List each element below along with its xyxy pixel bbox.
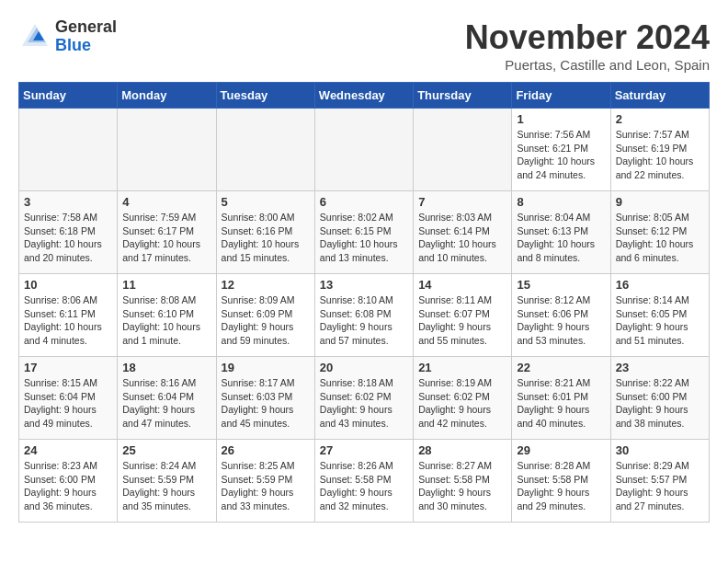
day-info: Sunrise: 8:10 AM Sunset: 6:08 PM Dayligh… xyxy=(320,293,408,348)
day-number: 20 xyxy=(320,361,408,374)
day-number: 3 xyxy=(24,195,112,209)
day-info: Sunrise: 7:56 AM Sunset: 6:21 PM Dayligh… xyxy=(517,128,605,182)
day-number: 17 xyxy=(24,361,112,374)
calendar-cell: 26Sunrise: 8:25 AM Sunset: 5:59 PM Dayli… xyxy=(216,440,314,523)
calendar-cell xyxy=(314,109,413,191)
day-info: Sunrise: 8:12 AM Sunset: 6:06 PM Dayligh… xyxy=(517,293,605,348)
calendar-header: SundayMondayTuesdayWednesdayThursdayFrid… xyxy=(19,83,710,109)
calendar-cell: 20Sunrise: 8:18 AM Sunset: 6:02 PM Dayli… xyxy=(314,357,413,440)
day-info: Sunrise: 8:00 AM Sunset: 6:16 PM Dayligh… xyxy=(222,211,310,265)
day-info: Sunrise: 8:26 AM Sunset: 5:58 PM Dayligh… xyxy=(320,459,408,513)
calendar-week-row: 3Sunrise: 7:58 AM Sunset: 6:18 PM Daylig… xyxy=(19,191,710,274)
logo-general: General xyxy=(55,18,117,37)
day-number: 29 xyxy=(517,443,605,457)
day-number: 24 xyxy=(24,443,112,457)
calendar-cell: 24Sunrise: 8:23 AM Sunset: 6:00 PM Dayli… xyxy=(19,440,118,523)
day-info: Sunrise: 8:24 AM Sunset: 5:59 PM Dayligh… xyxy=(122,459,210,513)
day-info: Sunrise: 8:22 AM Sunset: 6:00 PM Dayligh… xyxy=(616,376,704,431)
calendar-cell: 19Sunrise: 8:17 AM Sunset: 6:03 PM Dayli… xyxy=(216,357,314,440)
logo: General Blue xyxy=(18,18,117,55)
calendar-cell: 8Sunrise: 8:04 AM Sunset: 6:13 PM Daylig… xyxy=(512,191,610,274)
day-number: 1 xyxy=(517,112,605,126)
day-number: 28 xyxy=(418,443,506,457)
calendar-cell xyxy=(414,109,512,191)
calendar-cell: 23Sunrise: 8:22 AM Sunset: 6:00 PM Dayli… xyxy=(610,357,709,440)
calendar-week-row: 24Sunrise: 8:23 AM Sunset: 6:00 PM Dayli… xyxy=(19,440,710,523)
month-title: November 2024 xyxy=(465,18,710,57)
day-number: 8 xyxy=(517,195,605,209)
calendar-cell: 29Sunrise: 8:28 AM Sunset: 5:58 PM Dayli… xyxy=(512,440,610,523)
day-header-sunday: Sunday xyxy=(19,83,118,109)
calendar-cell: 9Sunrise: 8:05 AM Sunset: 6:12 PM Daylig… xyxy=(610,191,709,274)
day-header-wednesday: Wednesday xyxy=(314,83,413,109)
day-info: Sunrise: 7:57 AM Sunset: 6:19 PM Dayligh… xyxy=(616,128,704,182)
day-info: Sunrise: 8:14 AM Sunset: 6:05 PM Dayligh… xyxy=(616,293,704,348)
day-number: 27 xyxy=(320,443,408,457)
day-info: Sunrise: 8:05 AM Sunset: 6:12 PM Dayligh… xyxy=(616,211,704,265)
calendar-cell: 5Sunrise: 8:00 AM Sunset: 6:16 PM Daylig… xyxy=(216,191,314,274)
day-number: 18 xyxy=(122,361,210,374)
day-info: Sunrise: 8:27 AM Sunset: 5:58 PM Dayligh… xyxy=(418,459,506,513)
calendar-cell: 1Sunrise: 7:56 AM Sunset: 6:21 PM Daylig… xyxy=(512,109,610,191)
calendar-cell xyxy=(118,109,216,191)
day-info: Sunrise: 8:28 AM Sunset: 5:58 PM Dayligh… xyxy=(517,459,605,513)
calendar-cell: 15Sunrise: 8:12 AM Sunset: 6:06 PM Dayli… xyxy=(512,274,610,357)
day-info: Sunrise: 8:21 AM Sunset: 6:01 PM Dayligh… xyxy=(517,376,605,431)
calendar-table: SundayMondayTuesdayWednesdayThursdayFrid… xyxy=(18,82,710,523)
calendar-cell: 12Sunrise: 8:09 AM Sunset: 6:09 PM Dayli… xyxy=(216,274,314,357)
day-info: Sunrise: 8:06 AM Sunset: 6:11 PM Dayligh… xyxy=(24,293,112,348)
day-number: 16 xyxy=(616,278,704,292)
day-number: 5 xyxy=(222,195,310,209)
day-info: Sunrise: 7:59 AM Sunset: 6:17 PM Dayligh… xyxy=(122,211,210,265)
day-info: Sunrise: 7:58 AM Sunset: 6:18 PM Dayligh… xyxy=(24,211,112,265)
calendar-cell: 13Sunrise: 8:10 AM Sunset: 6:08 PM Dayli… xyxy=(314,274,413,357)
calendar-week-row: 1Sunrise: 7:56 AM Sunset: 6:21 PM Daylig… xyxy=(19,109,710,191)
calendar-cell: 11Sunrise: 8:08 AM Sunset: 6:10 PM Dayli… xyxy=(118,274,216,357)
day-info: Sunrise: 8:08 AM Sunset: 6:10 PM Dayligh… xyxy=(122,293,210,348)
day-number: 30 xyxy=(616,443,704,457)
calendar-cell: 21Sunrise: 8:19 AM Sunset: 6:02 PM Dayli… xyxy=(414,357,512,440)
header: General Blue November 2024 Puertas, Cast… xyxy=(18,18,710,73)
calendar-cell: 30Sunrise: 8:29 AM Sunset: 5:57 PM Dayli… xyxy=(610,440,709,523)
day-info: Sunrise: 8:29 AM Sunset: 5:57 PM Dayligh… xyxy=(616,459,704,513)
day-info: Sunrise: 8:03 AM Sunset: 6:14 PM Dayligh… xyxy=(418,211,506,265)
day-info: Sunrise: 8:04 AM Sunset: 6:13 PM Dayligh… xyxy=(517,211,605,265)
day-info: Sunrise: 8:18 AM Sunset: 6:02 PM Dayligh… xyxy=(320,376,408,431)
calendar-cell: 22Sunrise: 8:21 AM Sunset: 6:01 PM Dayli… xyxy=(512,357,610,440)
calendar-cell: 16Sunrise: 8:14 AM Sunset: 6:05 PM Dayli… xyxy=(610,274,709,357)
day-info: Sunrise: 8:25 AM Sunset: 5:59 PM Dayligh… xyxy=(222,459,310,513)
day-header-monday: Monday xyxy=(118,83,216,109)
calendar-week-row: 10Sunrise: 8:06 AM Sunset: 6:11 PM Dayli… xyxy=(19,274,710,357)
day-info: Sunrise: 8:19 AM Sunset: 6:02 PM Dayligh… xyxy=(418,376,506,431)
calendar-cell: 28Sunrise: 8:27 AM Sunset: 5:58 PM Dayli… xyxy=(414,440,512,523)
day-number: 25 xyxy=(122,443,210,457)
calendar-cell: 14Sunrise: 8:11 AM Sunset: 6:07 PM Dayli… xyxy=(414,274,512,357)
calendar-cell: 3Sunrise: 7:58 AM Sunset: 6:18 PM Daylig… xyxy=(19,191,118,274)
day-number: 4 xyxy=(122,195,210,209)
logo-icon xyxy=(18,20,51,53)
day-number: 23 xyxy=(616,361,704,374)
calendar-cell: 2Sunrise: 7:57 AM Sunset: 6:19 PM Daylig… xyxy=(610,109,709,191)
calendar-cell: 17Sunrise: 8:15 AM Sunset: 6:04 PM Dayli… xyxy=(19,357,118,440)
day-header-tuesday: Tuesday xyxy=(216,83,314,109)
day-info: Sunrise: 8:02 AM Sunset: 6:15 PM Dayligh… xyxy=(320,211,408,265)
day-info: Sunrise: 8:09 AM Sunset: 6:09 PM Dayligh… xyxy=(222,293,310,348)
day-number: 10 xyxy=(24,278,112,292)
day-info: Sunrise: 8:23 AM Sunset: 6:00 PM Dayligh… xyxy=(24,459,112,513)
calendar-cell: 18Sunrise: 8:16 AM Sunset: 6:04 PM Dayli… xyxy=(118,357,216,440)
day-number: 7 xyxy=(418,195,506,209)
calendar-cell: 27Sunrise: 8:26 AM Sunset: 5:58 PM Dayli… xyxy=(314,440,413,523)
calendar-cell: 25Sunrise: 8:24 AM Sunset: 5:59 PM Dayli… xyxy=(118,440,216,523)
day-number: 26 xyxy=(222,443,310,457)
day-info: Sunrise: 8:15 AM Sunset: 6:04 PM Dayligh… xyxy=(24,376,112,431)
day-info: Sunrise: 8:11 AM Sunset: 6:07 PM Dayligh… xyxy=(418,293,506,348)
calendar-week-row: 17Sunrise: 8:15 AM Sunset: 6:04 PM Dayli… xyxy=(19,357,710,440)
logo-text: General Blue xyxy=(55,18,117,55)
day-number: 12 xyxy=(222,278,310,292)
calendar-cell: 10Sunrise: 8:06 AM Sunset: 6:11 PM Dayli… xyxy=(19,274,118,357)
title-area: November 2024 Puertas, Castille and Leon… xyxy=(465,18,710,73)
day-number: 22 xyxy=(517,361,605,374)
day-number: 11 xyxy=(122,278,210,292)
location: Puertas, Castille and Leon, Spain xyxy=(465,57,710,73)
day-number: 13 xyxy=(320,278,408,292)
